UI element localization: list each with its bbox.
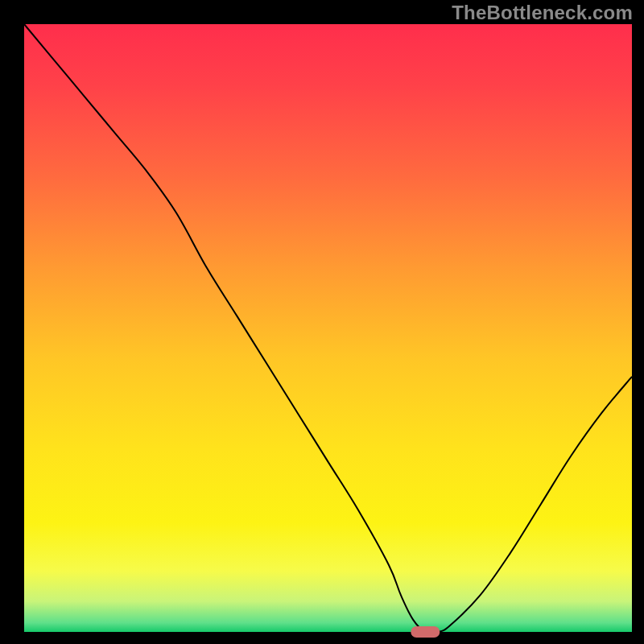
chart-canvas: TheBottleneck.com bbox=[0, 0, 644, 644]
watermark-label: TheBottleneck.com bbox=[452, 2, 633, 24]
plot-background bbox=[24, 24, 632, 632]
minimum-marker bbox=[411, 626, 440, 638]
bottleneck-chart bbox=[0, 0, 644, 644]
